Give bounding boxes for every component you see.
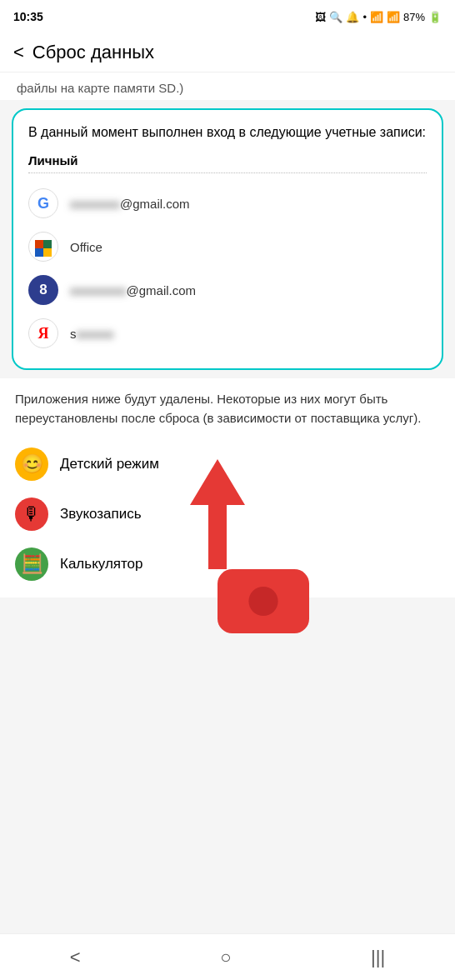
yandex-name-blurred: xxxxxx xyxy=(77,327,114,341)
calculator-label: Калькулятор xyxy=(60,556,143,572)
yandex-icon: Я xyxy=(28,318,58,348)
office-account-name: Office xyxy=(70,240,102,254)
accounts-section-label: Личный xyxy=(28,153,427,173)
recorder-icon: 🎙 xyxy=(15,498,48,531)
page-title: Сброс данных xyxy=(32,42,154,63)
accounts-card: В данный момент выполнен вход в следующи… xyxy=(12,108,443,370)
yandex-account-name: sxxxxxx xyxy=(70,327,114,341)
battery-text: 87% xyxy=(403,11,425,23)
kids-mode-label: Детский режим xyxy=(60,456,159,472)
email-suffix2: @gmail.com xyxy=(127,283,197,298)
nav-back-button[interactable]: < xyxy=(53,940,98,975)
list-item: G xxxxxxxx@gmail.com xyxy=(28,182,427,225)
svg-rect-3 xyxy=(43,248,52,257)
status-time: 10:35 xyxy=(13,10,43,23)
wifi-icon: 📶 xyxy=(370,11,383,23)
kids-mode-icon: 😊 xyxy=(15,448,48,481)
accounts-card-title: В данный момент выполнен вход в следующи… xyxy=(28,123,427,142)
list-item: 8 xxxxxxxxx@gmail.com xyxy=(28,268,427,312)
page-header: < Сброс данных xyxy=(0,33,455,72)
apps-section: Приложения ниже будут удалены. Некоторые… xyxy=(0,378,455,598)
list-item: Я sxxxxxx xyxy=(28,312,427,355)
back-button[interactable]: < xyxy=(13,42,24,63)
calculator-icon: 🧮 xyxy=(15,548,48,581)
gmail2-icon: 8 xyxy=(28,275,58,305)
email-suffix: @gmail.com xyxy=(120,197,190,211)
search-icon: 🔍 xyxy=(329,11,342,23)
scroll-hint-text: файлы на карте памяти SD.) xyxy=(0,72,455,100)
email-prefix: xxxxxxxx xyxy=(70,197,120,211)
dot-icon: • xyxy=(362,11,367,23)
list-item: 😊 Детский режим xyxy=(15,439,440,489)
google-icon: G xyxy=(28,188,58,218)
svg-rect-1 xyxy=(43,240,52,248)
list-item: Office xyxy=(28,225,427,268)
signal-icon: 📶 xyxy=(387,11,400,23)
list-item: 🎙 Звукозапись xyxy=(15,489,440,539)
office-icon xyxy=(28,232,58,262)
status-icons: 🖼 🔍 🔔 • 📶 📶 87% 🔋 xyxy=(315,11,442,23)
navigation-bar: < ○ ||| xyxy=(0,933,455,980)
battery-icon: 🔋 xyxy=(428,11,442,23)
list-item: 🧮 Калькулятор xyxy=(15,539,440,589)
nav-recents-button[interactable]: ||| xyxy=(354,940,402,975)
recorder-label: Звукозапись xyxy=(60,506,142,522)
email-prefix2: xxxxxxxxx xyxy=(70,283,127,298)
apps-description: Приложения ниже будут удалены. Некоторые… xyxy=(15,390,440,428)
nav-home-button[interactable]: ○ xyxy=(203,940,248,975)
svg-rect-0 xyxy=(35,240,43,248)
google-email: xxxxxxxx@gmail.com xyxy=(70,197,190,211)
gmail2-email: xxxxxxxxx@gmail.com xyxy=(70,283,196,298)
status-bar: 10:35 🖼 🔍 🔔 • 📶 📶 87% 🔋 xyxy=(0,0,455,33)
notification-icon: 🔔 xyxy=(346,11,359,23)
image-icon: 🖼 xyxy=(315,11,326,23)
svg-rect-2 xyxy=(35,248,43,257)
